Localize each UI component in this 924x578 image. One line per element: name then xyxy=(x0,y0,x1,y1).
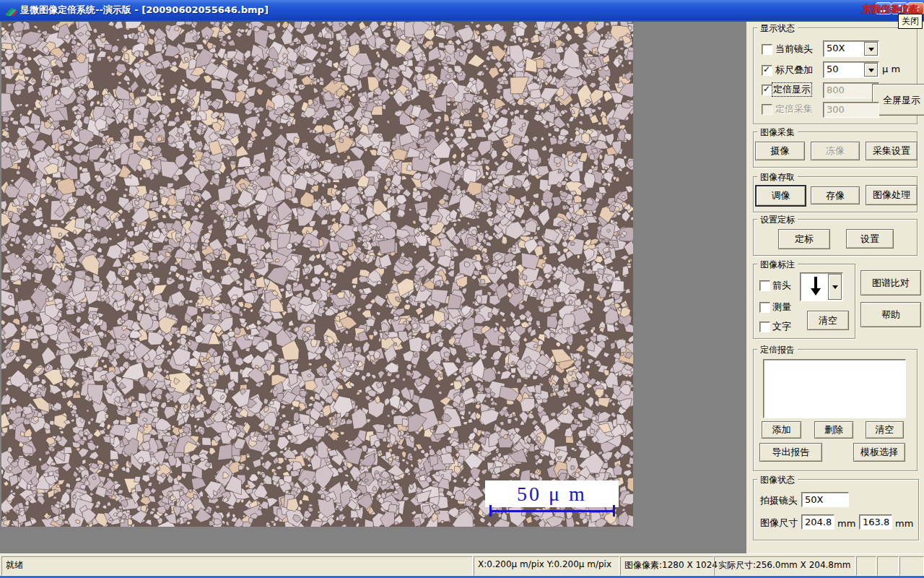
shooting-lens-value: 50X xyxy=(805,494,823,505)
scale-bar-text: 50 μ m xyxy=(517,483,587,506)
image-height-value: 163.8 xyxy=(863,517,889,527)
scale-bar-label-box: 50 μ m xyxy=(485,480,619,507)
group-title: 图像状态 xyxy=(757,474,798,486)
group-title: 图像存取 xyxy=(757,171,798,184)
freeze-button: 冻像 xyxy=(811,142,860,160)
report-list[interactable] xyxy=(763,359,906,418)
image-viewport[interactable]: 50 μ m xyxy=(1,22,633,527)
ruler-length-value: 50 xyxy=(827,64,839,74)
fixed-zoom-display-value: 800 xyxy=(827,85,845,95)
image-process-button[interactable]: 图像处理 xyxy=(866,185,918,205)
current-lens-label: 当前镜头 xyxy=(775,43,813,56)
shooting-lens-field: 50X xyxy=(801,492,849,507)
fixed-zoom-capture-value: 300 xyxy=(827,104,845,115)
control-panel: 显示状态 当前镜头 50X 标尺叠加 50 μ m 定倍显示 800 全屏显示 … xyxy=(746,22,924,553)
group-title: 图像采集 xyxy=(757,126,798,139)
group-image-status: 图像状态 xyxy=(753,479,919,540)
fixed-zoom-display-label: 定倍显示 xyxy=(772,82,812,97)
current-lens-checkbox[interactable] xyxy=(762,44,772,55)
text-annotation-checkbox[interactable] xyxy=(759,322,770,332)
application-window: 显微图像定倍系统--演示版 - [20090602055646.bmp] × 东… xyxy=(0,0,924,578)
status-empty-cell xyxy=(877,556,899,576)
scale-bar-tick-right xyxy=(613,505,615,517)
status-image-pixels: 图像像素:1280 X 1024 xyxy=(620,556,714,576)
report-export-button[interactable]: 导出报告 xyxy=(759,443,822,462)
window-title: 显微图像定倍系统--演示版 - [20090602055646.bmp] xyxy=(20,4,269,17)
app-icon xyxy=(4,4,17,16)
close-tooltip: 关闭 xyxy=(898,14,923,29)
fixed-zoom-capture-field: 300 xyxy=(823,102,879,118)
height-unit-label: mm xyxy=(895,518,913,529)
report-template-button[interactable]: 模板选择 xyxy=(853,443,905,462)
calibrate-button[interactable]: 定标 xyxy=(778,229,830,249)
fixed-zoom-display-checkbox[interactable] xyxy=(762,85,772,95)
capture-settings-button[interactable]: 采集设置 xyxy=(866,142,918,160)
image-size-label: 图像尺寸 xyxy=(760,517,798,530)
ruler-overlay-label: 标尺叠加 xyxy=(775,64,813,77)
micrograph-image xyxy=(1,22,633,527)
client-area: 50 μ m 显示状态 当前镜头 50X 标尺叠加 50 μ m xyxy=(0,22,924,553)
image-width-field: 204.8 xyxy=(801,514,834,530)
fullscreen-button[interactable]: 全屏显示 xyxy=(872,84,924,116)
arrow-style-select[interactable] xyxy=(800,272,843,301)
status-empty-cell xyxy=(899,556,924,576)
group-title: 图像标注 xyxy=(757,259,798,271)
current-lens-value: 50X xyxy=(827,43,845,53)
text-annotation-label: 文字 xyxy=(772,320,791,333)
chevron-down-icon[interactable] xyxy=(828,274,842,300)
group-title: 显示状态 xyxy=(757,22,798,35)
report-add-button[interactable]: 添加 xyxy=(762,421,801,439)
measure-annotation-checkbox[interactable] xyxy=(759,302,770,313)
current-lens-select[interactable]: 50X xyxy=(823,40,879,57)
save-image-button[interactable]: 存像 xyxy=(811,186,860,204)
scale-bar-tick-left xyxy=(489,505,492,517)
arrow-annotation-label: 箭头 xyxy=(772,279,791,292)
status-empty-cell xyxy=(856,556,876,576)
image-width-value: 204.8 xyxy=(805,517,832,527)
title-bar: 显微图像定倍系统--演示版 - [20090602055646.bmp] × 东… xyxy=(0,0,924,20)
clear-annotation-button[interactable]: 清空 xyxy=(807,311,849,330)
measure-annotation-label: 测量 xyxy=(772,301,791,314)
help-button[interactable]: 帮助 xyxy=(860,302,921,327)
status-ready: 就绪 xyxy=(1,556,473,576)
down-arrow-icon xyxy=(808,275,824,299)
scale-bar-line xyxy=(489,510,615,512)
group-title: 设置定标 xyxy=(757,214,798,226)
status-resolution: X:0.200μ m/pix Y:0.200μ m/pix xyxy=(474,556,619,576)
calibration-settings-button[interactable]: 设置 xyxy=(846,229,894,249)
fixed-zoom-capture-checkbox xyxy=(762,104,772,115)
ruler-overlay-checkbox[interactable] xyxy=(762,65,772,76)
report-clear-button[interactable]: 清空 xyxy=(866,421,904,439)
shooting-lens-label: 拍摄镜头 xyxy=(760,494,798,507)
atlas-compare-button[interactable]: 图谱比对 xyxy=(860,270,921,296)
fixed-zoom-display-field: 800 xyxy=(823,82,879,98)
status-bar: 就绪 X:0.200μ m/pix Y:0.200μ m/pix 图像像素:12… xyxy=(0,553,924,577)
fixed-zoom-capture-label: 定倍采集 xyxy=(775,103,813,116)
report-delete-button[interactable]: 删除 xyxy=(814,421,853,439)
status-actual-size: 实际尺寸:256.0mm X 204.8mm xyxy=(714,556,855,576)
image-height-field: 163.8 xyxy=(859,514,892,530)
capture-button[interactable]: 摄像 xyxy=(755,142,805,160)
group-title: 定倍报告 xyxy=(757,344,798,356)
load-image-button[interactable]: 调像 xyxy=(755,185,806,207)
ruler-unit-label: μ m xyxy=(882,64,900,74)
arrow-annotation-checkbox[interactable] xyxy=(759,280,770,291)
ruler-length-select[interactable]: 50 xyxy=(823,61,879,78)
width-unit-label: mm xyxy=(837,518,855,529)
chevron-down-icon[interactable] xyxy=(864,63,878,77)
chevron-down-icon[interactable] xyxy=(864,42,878,56)
